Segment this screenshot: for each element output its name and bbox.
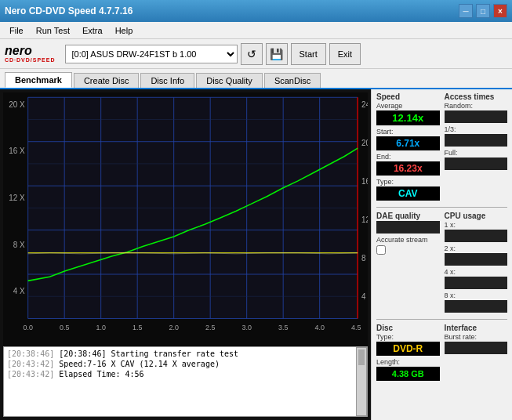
cpu-4x-value — [445, 277, 508, 289]
svg-text:4.5: 4.5 — [351, 324, 361, 331]
right-panel: Speed Average 12.14x Start: 6.71x End: 1… — [371, 89, 512, 420]
svg-text:0.0: 0.0 — [23, 324, 32, 331]
type-value: CAV — [376, 186, 440, 201]
svg-text:8: 8 — [361, 254, 366, 262]
burst-rate-value — [445, 342, 508, 354]
app-title: Nero CD-DVD Speed 4.7.7.16 — [5, 5, 133, 16]
onethird-value — [445, 134, 508, 147]
log-scrollbar[interactable] — [356, 347, 367, 416]
menubar: File Run Test Extra Help — [0, 22, 512, 39]
svg-text:24: 24 — [361, 100, 368, 109]
divider-1 — [376, 207, 507, 208]
svg-text:16: 16 — [361, 177, 368, 186]
tab-benchmark[interactable]: Benchmark — [5, 72, 72, 88]
start-button[interactable]: Start — [291, 43, 326, 65]
maximize-button[interactable]: □ — [476, 4, 490, 18]
speed-column: Speed Average 12.14x Start: 6.71x End: 1… — [376, 92, 440, 203]
disc-column: Disc Type: DVD-R Length: 4.38 GB — [376, 324, 440, 383]
cpu-4x-label: 4 x: — [445, 268, 508, 276]
minimize-button[interactable]: ─ — [459, 4, 473, 18]
dae-cpu-section: DAE quality Accurate stream CPU usage 1 … — [376, 212, 507, 315]
chart-area: 20 X 16 X 12 X 8 X 4 X 24 20 16 12 8 4 — [0, 89, 371, 420]
cpu-2x-label: 2 x: — [445, 244, 508, 252]
menu-file[interactable]: File — [3, 24, 30, 37]
end-label: End: — [376, 153, 440, 161]
tab-scan-disc[interactable]: ScanDisc — [264, 73, 321, 88]
speed-label: Speed — [376, 92, 440, 101]
access-times-column: Access times Random: 1/3: Full: — [445, 92, 508, 203]
svg-text:3.5: 3.5 — [278, 324, 288, 331]
full-value — [445, 158, 508, 170]
logo-text: nero — [5, 45, 32, 57]
speed-chart: 20 X 16 X 12 X 8 X 4 X 24 20 16 12 8 4 — [3, 92, 368, 346]
interface-label: Interface — [445, 324, 508, 332]
average-label: Average — [376, 102, 440, 110]
svg-text:20 X: 20 X — [9, 100, 25, 109]
logo: nero CD·DVD/SPEED — [5, 45, 56, 63]
end-value: 16.23x — [376, 161, 440, 176]
accurate-stream-row — [376, 245, 440, 255]
menu-extra[interactable]: Extra — [76, 24, 109, 37]
access-times-label: Access times — [445, 92, 508, 101]
log-line-1: [20:38:46] [20:38:46] Starting transfer … — [7, 349, 353, 359]
tab-disc-quality[interactable]: Disc Quality — [196, 73, 263, 88]
logo-sub: CD·DVD/SPEED — [5, 57, 56, 63]
svg-text:12 X: 12 X — [9, 194, 25, 202]
random-value — [445, 110, 508, 123]
titlebar: Nero CD-DVD Speed 4.7.7.16 ─ □ × — [0, 0, 512, 22]
tab-disc-info[interactable]: Disc Info — [140, 73, 194, 88]
disc-type-value: DVD-R — [376, 342, 440, 356]
random-label: Random: — [445, 102, 508, 110]
accurate-stream-label: Accurate stream — [376, 236, 440, 244]
dae-quality-value — [376, 221, 440, 234]
close-button[interactable]: × — [493, 4, 507, 18]
svg-text:3.0: 3.0 — [241, 324, 251, 331]
divider-2 — [376, 319, 507, 320]
menu-help[interactable]: Help — [109, 24, 140, 37]
exit-button[interactable]: Exit — [329, 43, 361, 65]
svg-text:20: 20 — [361, 139, 368, 147]
speed-access-section: Speed Average 12.14x Start: 6.71x End: 1… — [376, 92, 507, 203]
cpu-8x-value — [445, 300, 508, 313]
log-line-3: [20:43:42] Elapsed Time: 4:56 — [7, 369, 353, 379]
cpu-usage-label: CPU usage — [445, 212, 508, 220]
chart-container: 20 X 16 X 12 X 8 X 4 X 24 20 16 12 8 4 — [3, 92, 368, 346]
accurate-stream-checkbox[interactable] — [376, 245, 386, 255]
log-line-2: [20:43:42] Speed:7-16 X CAV (12.14 X ave… — [7, 359, 353, 369]
tab-bar: Benchmark Create Disc Disc Info Disc Qua… — [0, 69, 512, 89]
svg-text:4 X: 4 X — [13, 287, 25, 295]
svg-text:16 X: 16 X — [9, 147, 25, 155]
disc-interface-section: Disc Type: DVD-R Length: 4.38 GB Interfa… — [376, 324, 507, 383]
refresh-button[interactable]: ↺ — [241, 43, 263, 65]
average-value: 12.14x — [376, 110, 440, 125]
cpu-8x-label: 8 x: — [445, 291, 508, 299]
disc-length-value: 4.38 GB — [376, 367, 440, 381]
svg-text:2.5: 2.5 — [205, 324, 215, 331]
start-label: Start: — [376, 128, 440, 136]
cpu-1x-label: 1 x: — [445, 221, 508, 229]
cpu-column: CPU usage 1 x: 2 x: 4 x: 8 x: — [445, 212, 508, 315]
scrollbar-thumb[interactable] — [358, 349, 365, 365]
svg-text:2.0: 2.0 — [169, 324, 178, 331]
interface-column: Interface Burst rate: — [445, 324, 508, 383]
save-button[interactable]: 💾 — [266, 43, 288, 65]
disc-type-sub: Type: — [376, 333, 440, 341]
cpu-1x-value — [445, 230, 508, 242]
start-value: 6.71x — [376, 136, 440, 150]
type-label: Type: — [376, 178, 440, 186]
svg-text:4.0: 4.0 — [314, 324, 324, 331]
menu-run-test[interactable]: Run Test — [30, 24, 76, 37]
burst-rate-label: Burst rate: — [445, 333, 508, 341]
svg-text:4: 4 — [361, 292, 366, 301]
dae-column: DAE quality Accurate stream — [376, 212, 440, 315]
svg-text:0.5: 0.5 — [60, 324, 69, 331]
disc-type-label: Disc — [376, 324, 440, 332]
disc-length-label: Length: — [376, 358, 440, 366]
svg-text:1.5: 1.5 — [133, 324, 142, 331]
full-label: Full: — [445, 149, 508, 157]
svg-text:1.0: 1.0 — [96, 324, 105, 331]
svg-text:12: 12 — [361, 215, 368, 224]
drive-selector[interactable]: [0:0] ASUS DRW-24F1ST b 1.00 — [65, 45, 238, 63]
log-content: [20:38:46] [20:38:46] Starting transfer … — [4, 347, 356, 416]
tab-create-disc[interactable]: Create Disc — [74, 73, 139, 88]
